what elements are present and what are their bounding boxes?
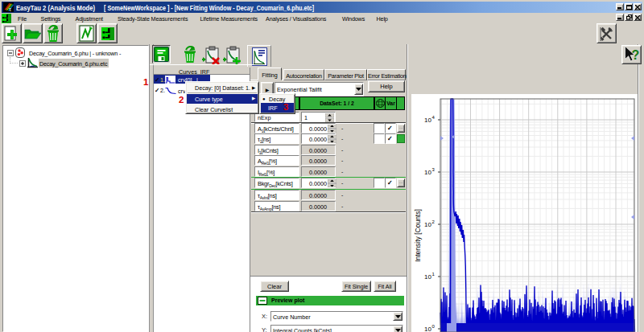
svg-text:10: 10 (424, 221, 431, 228)
svg-text:10: 10 (424, 117, 431, 124)
svg-text:10: 10 (424, 169, 431, 176)
svg-text:10: 10 (424, 326, 431, 332)
svg-text:Intensity [Counts]: Intensity [Counts] (414, 209, 422, 262)
svg-text:10: 10 (424, 273, 431, 281)
